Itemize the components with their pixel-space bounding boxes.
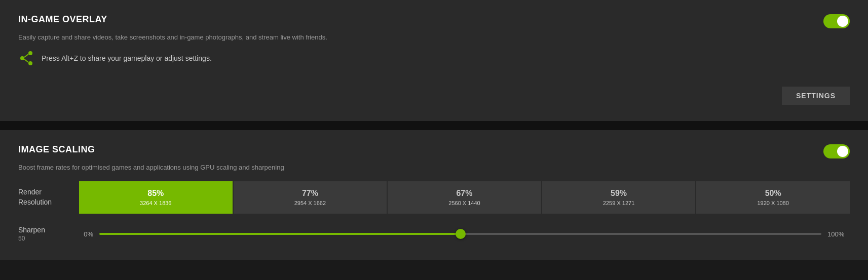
overlay-description: Easily capture and share videos, take sc… bbox=[18, 33, 850, 41]
res-pixels-50: 1920 X 1080 bbox=[757, 200, 788, 206]
res-option-59[interactable]: 59% 2259 X 1271 bbox=[542, 181, 696, 214]
scaling-toggle-wrapper[interactable] bbox=[823, 144, 850, 158]
share-hint-text: Press Alt+Z to share your gameplay or ad… bbox=[42, 54, 212, 62]
res-option-50[interactable]: 50% 1920 X 1080 bbox=[696, 181, 850, 214]
svg-point-1 bbox=[20, 56, 24, 60]
overlay-bottom-row: SETTINGS bbox=[18, 74, 850, 105]
slider-max-label: 100% bbox=[827, 230, 850, 238]
res-pixels-85: 3264 X 1836 bbox=[140, 200, 171, 206]
scaling-toggle[interactable] bbox=[823, 144, 850, 158]
res-option-77[interactable]: 77% 2954 X 1662 bbox=[234, 181, 387, 214]
scaling-toggle-track bbox=[823, 144, 850, 158]
overlay-toggle-thumb bbox=[837, 16, 848, 27]
overlay-title-area: IN-GAME OVERLAY bbox=[18, 14, 107, 25]
svg-point-2 bbox=[28, 61, 32, 65]
scaling-title-area: IMAGE SCALING bbox=[18, 144, 95, 155]
scaling-toggle-thumb bbox=[837, 146, 848, 157]
overlay-toggle-wrapper[interactable] bbox=[823, 14, 850, 28]
res-percent-59: 59% bbox=[611, 189, 627, 198]
res-option-85[interactable]: 85% 3264 X 1836 bbox=[79, 181, 233, 214]
resolution-options: 85% 3264 X 1836 77% 2954 X 1662 67% 2560… bbox=[79, 181, 850, 214]
share-hint-row: Press Alt+Z to share your gameplay or ad… bbox=[18, 50, 850, 66]
overlay-title: IN-GAME OVERLAY bbox=[18, 14, 107, 25]
overlay-toggle[interactable] bbox=[823, 14, 850, 28]
overlay-section: IN-GAME OVERLAY Easily capture and share… bbox=[0, 0, 868, 121]
image-scaling-section: IMAGE SCALING Boost frame rates for opti… bbox=[0, 130, 868, 260]
res-option-67[interactable]: 67% 2560 X 1440 bbox=[388, 181, 541, 214]
sharpen-slider-container: 0% 100% bbox=[79, 230, 850, 238]
slider-min-label: 0% bbox=[79, 230, 93, 238]
settings-button[interactable]: SETTINGS bbox=[782, 87, 850, 105]
res-pixels-59: 2259 X 1271 bbox=[603, 200, 634, 206]
section-divider bbox=[0, 121, 868, 130]
sharpen-label: Sharpen bbox=[18, 226, 79, 234]
res-percent-67: 67% bbox=[456, 189, 472, 198]
svg-line-4 bbox=[24, 59, 28, 62]
sharpen-value: 50 bbox=[18, 235, 79, 242]
overlay-toggle-track bbox=[823, 14, 850, 28]
res-percent-85: 85% bbox=[147, 189, 164, 198]
res-percent-77: 77% bbox=[302, 189, 318, 198]
scaling-header: IMAGE SCALING bbox=[18, 144, 850, 158]
svg-point-0 bbox=[28, 51, 32, 55]
overlay-header: IN-GAME OVERLAY bbox=[18, 14, 850, 28]
sharpen-slider[interactable] bbox=[99, 233, 821, 235]
sharpen-row: Sharpen 50 0% 100% bbox=[18, 226, 850, 242]
scaling-description: Boost frame rates for optimised games an… bbox=[18, 164, 850, 171]
scaling-title: IMAGE SCALING bbox=[18, 144, 95, 155]
sharpen-label-col: Sharpen 50 bbox=[18, 226, 79, 242]
res-pixels-77: 2954 X 1662 bbox=[294, 200, 326, 206]
render-resolution-row: RenderResolution 85% 3264 X 1836 77% 295… bbox=[18, 181, 850, 214]
res-percent-50: 50% bbox=[765, 189, 781, 198]
render-resolution-label: RenderResolution bbox=[18, 187, 79, 207]
svg-line-3 bbox=[24, 54, 28, 57]
share-icon bbox=[18, 50, 34, 66]
res-pixels-67: 2560 X 1440 bbox=[448, 200, 480, 206]
